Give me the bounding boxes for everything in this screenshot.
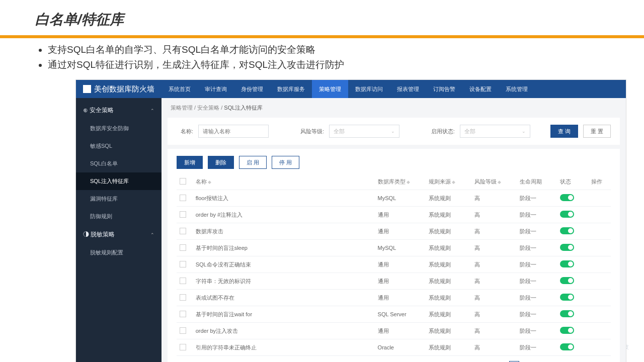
breadcrumb-2[interactable]: 安全策略 xyxy=(197,105,219,111)
row-checkbox[interactable] xyxy=(180,211,186,218)
row-checkbox[interactable] xyxy=(180,228,186,234)
label-name: 名称: xyxy=(181,128,193,135)
status-toggle[interactable] xyxy=(560,277,574,284)
sort-icon[interactable]: ◆ xyxy=(498,179,501,185)
sidebar-item[interactable]: 敏感SQL xyxy=(76,137,162,155)
cell-op[interactable] xyxy=(588,223,611,240)
status-toggle[interactable] xyxy=(560,260,574,267)
col-status: 状态 xyxy=(560,178,571,185)
status-toggle[interactable] xyxy=(560,343,574,350)
sidebar-item[interactable]: 数据库安全防御 xyxy=(76,120,162,137)
disable-button[interactable]: 停 用 xyxy=(272,156,299,169)
status-toggle[interactable] xyxy=(560,227,574,234)
sidebar-item[interactable]: 防御规则 xyxy=(76,208,162,225)
cell-risk: 高 xyxy=(471,290,517,306)
col-lifecycle[interactable]: 生命周期 xyxy=(520,178,542,185)
cell-name: order by注入攻击 xyxy=(193,323,375,339)
risk-select[interactable]: 全部 ⌄ xyxy=(329,125,399,138)
row-checkbox[interactable] xyxy=(180,327,186,334)
row-checkbox[interactable] xyxy=(180,344,186,350)
cell-lifecycle: 阶段一 xyxy=(517,306,556,323)
add-button[interactable]: 新增 xyxy=(177,156,203,169)
top-nav-item[interactable]: 系统管理 xyxy=(499,80,535,98)
col-name[interactable]: 名称 xyxy=(196,178,207,185)
top-nav-item[interactable]: 订阅告警 xyxy=(426,80,462,98)
status-toggle[interactable] xyxy=(560,211,574,218)
cell-name: 数据库攻击 xyxy=(193,223,375,240)
sidebar-group-security[interactable]: ⊕ 安全策略 ⌃ xyxy=(76,101,162,120)
cell-name: 引用的字符串未正确终止 xyxy=(193,339,375,356)
sort-icon[interactable]: ◆ xyxy=(208,179,211,185)
sidebar-group-security-label: 安全策略 xyxy=(90,107,114,114)
cell-source: 系统规则 xyxy=(426,256,471,273)
select-all-checkbox[interactable] xyxy=(180,178,186,185)
status-toggle[interactable] xyxy=(560,327,574,334)
cell-name: 基于时间的盲注wait for xyxy=(193,306,375,323)
plus-icon: ⊕ xyxy=(83,107,88,114)
table-panel: 新增 删除 启 用 停 用 名称◆ 数据库类型◆ 规则来源◆ 风险等级◆ 生命周… xyxy=(168,149,620,362)
status-toggle[interactable] xyxy=(560,244,574,251)
cell-op[interactable] xyxy=(588,306,611,323)
cell-op[interactable] xyxy=(588,273,611,290)
enable-button[interactable]: 启 用 xyxy=(239,156,267,169)
row-checkbox[interactable] xyxy=(180,311,186,317)
cell-op[interactable] xyxy=(588,240,611,256)
row-checkbox[interactable] xyxy=(180,294,186,301)
top-nav-item[interactable]: 身份管理 xyxy=(234,80,270,98)
top-nav-item[interactable]: 数据库访问 xyxy=(348,80,390,98)
col-risk[interactable]: 风险等级 xyxy=(474,178,497,185)
row-checkbox[interactable] xyxy=(180,278,186,284)
cell-op[interactable] xyxy=(588,256,611,273)
cell-lifecycle: 阶段一 xyxy=(517,273,556,290)
sidebar-item[interactable]: SQL注入特征库 xyxy=(76,172,162,190)
top-nav-item[interactable]: 设备配置 xyxy=(462,80,499,98)
delete-button[interactable]: 删除 xyxy=(208,156,234,169)
status-toggle[interactable] xyxy=(560,294,574,301)
cell-lifecycle: 阶段一 xyxy=(517,207,556,223)
status-toggle[interactable] xyxy=(560,310,574,317)
cell-name: 基于时间的盲注sleep xyxy=(193,240,375,256)
bullet-2: 通过对SQL特征进行识别，生成注入特征库，对SQL注入攻击进行防护 xyxy=(48,58,644,71)
bullet-list: 支持SQL白名单的自学习、只有SQL白名单才能访问的安全策略 通过对SQL特征进… xyxy=(0,43,644,77)
col-dbtype[interactable]: 数据库类型 xyxy=(378,178,406,185)
row-checkbox[interactable] xyxy=(180,261,186,267)
cell-op[interactable] xyxy=(588,190,611,207)
status-select[interactable]: 全部 ⌄ xyxy=(460,125,530,138)
cell-op[interactable] xyxy=(588,323,611,339)
cell-op[interactable] xyxy=(588,207,611,223)
cell-source: 系统规则 xyxy=(426,207,471,223)
chevron-up-icon: ⌃ xyxy=(150,232,154,237)
sort-icon[interactable]: ◆ xyxy=(452,179,455,185)
row-checkbox[interactable] xyxy=(180,244,186,251)
cell-name: SQL命令没有正确结束 xyxy=(193,256,375,273)
top-nav-item[interactable]: 数据库服务 xyxy=(270,80,312,98)
sidebar-item[interactable]: 漏洞特征库 xyxy=(76,190,162,208)
cell-op[interactable] xyxy=(588,290,611,306)
status-toggle[interactable] xyxy=(560,194,574,201)
cell-source: 系统规则 xyxy=(426,306,471,323)
name-input[interactable] xyxy=(198,125,269,138)
cell-risk: 高 xyxy=(471,190,517,207)
top-nav-item[interactable]: 审计查询 xyxy=(198,80,234,98)
sidebar-group-mask[interactable]: ◑ 脱敏策略 ⌃ xyxy=(76,225,162,244)
main-content: 策略管理 / 安全策略 / SQL注入特征库 名称: 风险等级: 全部 ⌄ 启用… xyxy=(162,98,626,362)
cell-risk: 高 xyxy=(471,240,517,256)
cell-dbtype: Oracle xyxy=(375,339,426,356)
cell-lifecycle: 阶段一 xyxy=(517,323,556,339)
top-nav-item[interactable]: 策略管理 xyxy=(312,80,348,98)
reset-button[interactable]: 重 置 xyxy=(583,125,611,138)
top-nav-item[interactable]: 报表管理 xyxy=(390,80,426,98)
cell-op[interactable] xyxy=(588,339,611,356)
query-button[interactable]: 查 询 xyxy=(550,125,578,138)
sidebar-item[interactable]: SQL白名单 xyxy=(76,155,162,172)
top-nav-item[interactable]: 系统首页 xyxy=(162,80,198,98)
row-checkbox[interactable] xyxy=(180,195,186,201)
divider-top xyxy=(0,35,644,38)
top-nav: 系统首页审计查询身份管理数据库服务策略管理数据库访问报表管理订阅告警设备配置系统… xyxy=(162,80,535,98)
table-row: order by #注释注入通用系统规则高阶段一 xyxy=(177,207,611,223)
breadcrumb-1[interactable]: 策略管理 xyxy=(171,105,193,111)
col-source[interactable]: 规则来源 xyxy=(429,178,451,185)
sidebar-item[interactable]: 脱敏规则配置 xyxy=(76,244,162,261)
col-op: 操作 xyxy=(591,178,602,185)
sort-icon[interactable]: ◆ xyxy=(407,179,410,185)
